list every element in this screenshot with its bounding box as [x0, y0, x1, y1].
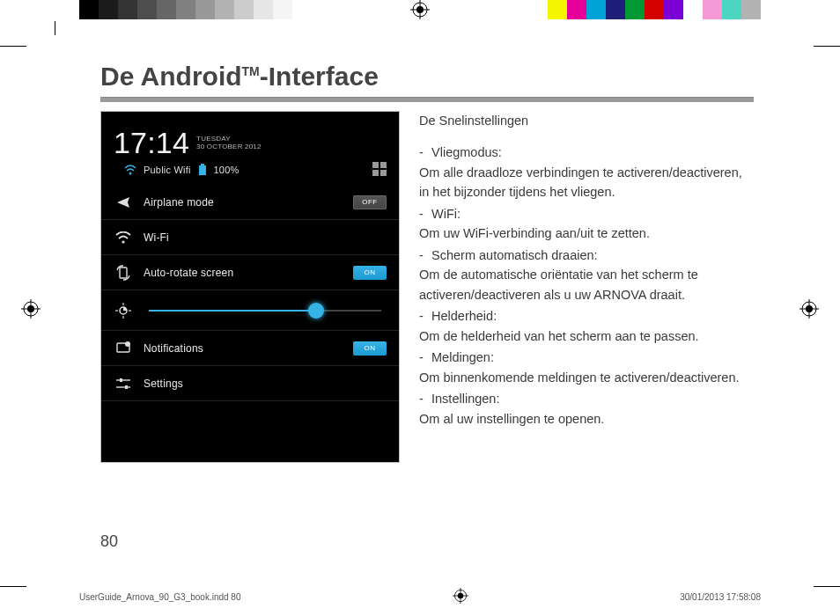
title-pre: De Android	[100, 62, 242, 91]
title-tm: TM	[242, 64, 260, 78]
item-title: Scherm automatisch draaien:	[431, 248, 598, 262]
clock-date: 30 OCTOBER 2012	[196, 143, 262, 151]
row-label: Auto-rotate screen	[144, 267, 233, 279]
toggle-on[interactable]: ON	[353, 341, 387, 356]
wifi-icon	[124, 165, 136, 175]
section-heading: De Snelinstellingen	[419, 111, 754, 130]
svg-point-27	[125, 341, 130, 347]
svg-rect-17	[372, 170, 379, 176]
battery-icon	[198, 164, 207, 176]
row-label: Wi-Fi	[144, 231, 169, 244]
svg-rect-13	[199, 165, 206, 175]
item-body: Om al uw instellingen te openen.	[419, 409, 754, 429]
clock-time: 17:14	[114, 126, 189, 160]
svg-rect-15	[372, 162, 379, 168]
item-title: Vliegmodus:	[431, 145, 502, 159]
item-title: Helderheid:	[431, 309, 497, 323]
crop-mark	[55, 21, 55, 35]
page-content: De AndroidTM-Interface 17:14 TUESDAY 30 …	[79, 53, 775, 546]
row-notifications[interactable]: Notifications ON	[101, 331, 399, 366]
item-body: Om binnenkomende meldingen te activeren/…	[419, 368, 754, 387]
airplane-icon	[114, 193, 133, 212]
crop-mark	[814, 586, 840, 587]
svg-point-19	[122, 240, 124, 243]
title-rule	[100, 97, 754, 102]
row-label: Settings	[144, 378, 183, 390]
svg-rect-16	[380, 162, 387, 168]
description-column: De Snelinstellingen - Vliegmodus: Om all…	[419, 111, 754, 463]
svg-rect-14	[201, 164, 204, 165]
battery-pct: 100%	[214, 165, 239, 175]
row-label: Airplane mode	[144, 196, 214, 209]
registration-mark-icon	[453, 588, 468, 605]
item-title: WiFi:	[431, 207, 461, 221]
registration-mark-icon	[799, 299, 819, 319]
item-title: Instellingen:	[431, 392, 499, 406]
registration-mark-icon	[410, 0, 430, 19]
brightness-slider[interactable]	[149, 307, 381, 314]
row-airplane-mode[interactable]: Airplane mode OFF	[101, 185, 399, 220]
item-title: Meldingen:	[431, 350, 494, 364]
row-brightness[interactable]	[101, 290, 399, 331]
crop-mark	[0, 586, 26, 587]
crop-mark	[814, 46, 840, 47]
registration-mark-icon	[21, 299, 41, 319]
notifications-icon	[114, 339, 133, 358]
color-bar-left	[79, 0, 312, 19]
toggle-off[interactable]: OFF	[353, 195, 387, 209]
item-body: Om uw WiFi-verbinding aan/uit te zetten.	[419, 224, 754, 243]
title-post: -Interface	[260, 62, 379, 91]
color-bar-right	[528, 0, 761, 19]
svg-rect-31	[125, 385, 128, 389]
settings-sliders-icon	[114, 374, 133, 393]
row-label: Notifications	[144, 342, 203, 355]
footer-date: 30/01/2013 17:58:08	[680, 592, 761, 602]
toggle-on[interactable]: ON	[353, 266, 387, 280]
svg-rect-20	[120, 268, 127, 278]
item-body: Om alle draadloze verbindingen te active…	[419, 163, 754, 202]
wifi-icon	[114, 228, 133, 247]
svg-rect-18	[380, 170, 387, 176]
footer-file: UserGuide_Arnova_90_G3_book.indd 80	[79, 592, 240, 602]
auto-rotate-icon	[114, 263, 133, 282]
row-wifi[interactable]: Wi-Fi	[101, 220, 399, 255]
android-screenshot: 17:14 TUESDAY 30 OCTOBER 2012 Public Wif…	[100, 111, 400, 463]
quicksettings-icon[interactable]	[372, 162, 387, 178]
page-number: 80	[100, 532, 118, 551]
svg-rect-29	[120, 378, 122, 382]
wifi-ssid: Public Wifi	[144, 165, 191, 175]
brightness-icon	[114, 301, 133, 320]
footer: UserGuide_Arnova_90_G3_book.indd 80 30/0…	[79, 588, 761, 605]
item-body: Om de helderheid van het scherm aan te p…	[419, 326, 754, 346]
crop-mark	[0, 46, 26, 47]
item-body: Om de automatische oriëntatie van het sc…	[419, 265, 754, 304]
page-title: De AndroidTM-Interface	[100, 62, 775, 92]
row-auto-rotate[interactable]: Auto-rotate screen ON	[101, 255, 399, 290]
row-settings[interactable]: Settings	[101, 366, 399, 401]
svg-point-12	[129, 172, 132, 175]
